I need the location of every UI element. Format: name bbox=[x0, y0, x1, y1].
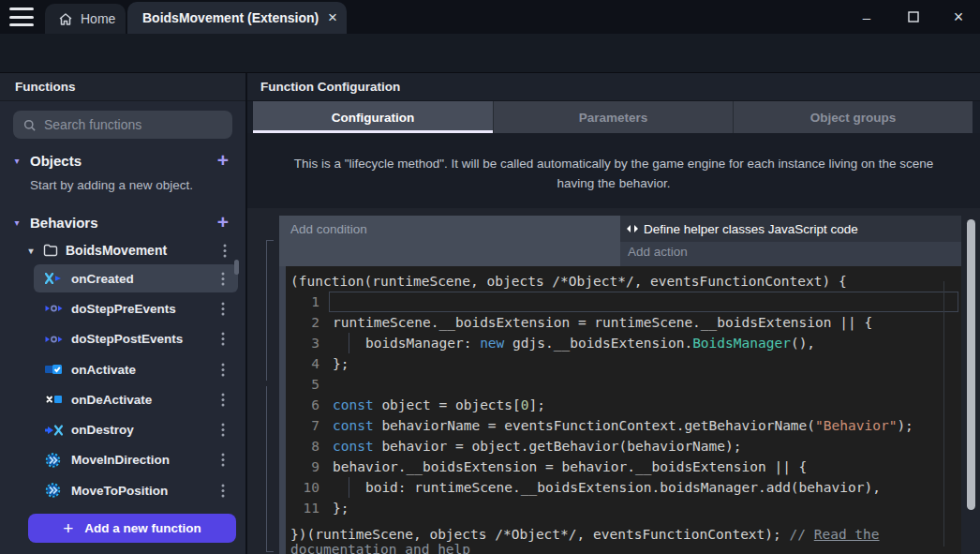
onactivate-icon bbox=[45, 364, 64, 375]
kebab-menu-icon[interactable] bbox=[221, 484, 225, 498]
sidebar-item-dosteppostevents[interactable]: doStepPostEvents bbox=[0, 324, 245, 354]
search-functions-input[interactable] bbox=[44, 117, 223, 132]
code-text: boid: runtimeScene.__boidsExtension.boid… bbox=[333, 477, 881, 498]
tab-home[interactable]: Home bbox=[45, 4, 126, 34]
sidebar-item-ondeactivate[interactable]: onDeActivate bbox=[0, 384, 245, 414]
js-code-icon bbox=[626, 224, 639, 233]
kebab-menu-icon[interactable] bbox=[221, 453, 225, 467]
code-wrapper-header: (function(runtimeScene, objects /*Object… bbox=[286, 271, 961, 292]
kebab-menu-icon[interactable] bbox=[221, 332, 225, 346]
line-number: 9 bbox=[286, 457, 319, 477]
configuration-tabs: ConfigurationParametersObject groups bbox=[253, 101, 973, 133]
sidebar-item-ondestroy[interactable]: onDestroy bbox=[0, 414, 245, 444]
add-action-button[interactable]: Add action bbox=[620, 242, 961, 266]
function-label: onActivate bbox=[71, 363, 136, 377]
code-text: boidsManager: new gdjs.__boidsExtension.… bbox=[333, 333, 815, 353]
code-line-1[interactable]: 1 bbox=[286, 292, 961, 312]
code-line-7[interactable]: 7const behaviorName = eventsFunctionCont… bbox=[286, 415, 961, 436]
objects-empty-hint: Start by adding a new object. bbox=[30, 178, 193, 192]
add-condition-button[interactable]: Add condition bbox=[279, 216, 620, 266]
add-object-button[interactable]: + bbox=[217, 151, 229, 170]
tab-parameters[interactable]: Parameters bbox=[493, 101, 733, 133]
oncreated-icon bbox=[45, 273, 64, 284]
function-icon bbox=[45, 453, 64, 468]
code-text: }; bbox=[333, 353, 349, 374]
plus-icon: + bbox=[63, 518, 73, 539]
objects-label: Objects bbox=[30, 153, 82, 169]
selected-item-highlight bbox=[34, 264, 238, 292]
search-icon bbox=[22, 118, 37, 132]
behavior-function-list: onCreateddoStepPreEventsdoStepPostEvents… bbox=[0, 263, 245, 505]
js-event-title[interactable]: Define helper classes JavaScript code bbox=[620, 216, 961, 242]
behaviors-label: Behaviors bbox=[30, 215, 98, 231]
window-maximize-button[interactable] bbox=[899, 6, 928, 28]
code-line-9[interactable]: 9behavior.__boidsExtension = behavior.__… bbox=[286, 457, 961, 477]
code-line-6[interactable]: 6const object = objects[0]; bbox=[286, 395, 961, 415]
folder-icon bbox=[43, 244, 58, 257]
description-line-2: having the behavior. bbox=[247, 173, 980, 193]
search-functions-box[interactable] bbox=[13, 111, 232, 139]
tab-configuration[interactable]: Configuration bbox=[253, 101, 493, 133]
add-behavior-button[interactable]: + bbox=[217, 213, 229, 232]
function-icon bbox=[45, 483, 64, 498]
code-line-10[interactable]: 10 boid: runtimeScene.__boidsExtension.b… bbox=[286, 477, 961, 498]
code-line-5[interactable]: 5 bbox=[286, 374, 961, 395]
line-number: 5 bbox=[286, 374, 319, 395]
line-number: 1 bbox=[286, 292, 319, 312]
chevron-down-icon[interactable]: ▾ bbox=[9, 156, 24, 166]
indent-guide bbox=[349, 333, 349, 353]
function-label: MoveToPosition bbox=[71, 484, 168, 498]
chevron-down-icon[interactable]: ▾ bbox=[24, 246, 37, 256]
tab-close-icon[interactable]: × bbox=[328, 8, 337, 27]
line-number: 10 bbox=[286, 477, 319, 498]
editor-overview-ruler bbox=[943, 281, 944, 547]
sidebar-scrollbar[interactable] bbox=[234, 260, 239, 275]
tab-home-label: Home bbox=[81, 11, 115, 26]
line-number: 11 bbox=[286, 498, 319, 518]
kebab-menu-icon[interactable] bbox=[221, 272, 225, 286]
sidebar-item-dosteppreevents[interactable]: doStepPreEvents bbox=[0, 293, 245, 323]
lifecycle-description: This is a "lifecycle method". It will be… bbox=[247, 133, 980, 208]
function-configuration-panel: Function Configuration ConfigurationPara… bbox=[247, 73, 980, 554]
panel-title: Function Configuration bbox=[247, 73, 980, 101]
behavior-folder-boidsmovement[interactable]: ▾ BoidsMovement bbox=[0, 237, 245, 263]
code-line-2[interactable]: 2runtimeScene.__boidsExtension = runtime… bbox=[286, 312, 961, 333]
function-label: onCreated bbox=[71, 272, 134, 286]
tab-boidsmovement-extension[interactable]: BoidsMovement (Extension) × bbox=[127, 2, 347, 34]
event-extent-marker bbox=[266, 386, 274, 552]
code-text: const behavior = object.getBehavior(beha… bbox=[333, 436, 742, 457]
kebab-menu-icon[interactable] bbox=[223, 244, 227, 258]
folder-label: BoidsMovement bbox=[66, 243, 167, 258]
kebab-menu-icon[interactable] bbox=[221, 363, 225, 377]
kebab-menu-icon[interactable] bbox=[221, 393, 225, 407]
chevron-down-icon[interactable]: ▾ bbox=[9, 217, 24, 228]
window-minimize-button[interactable]: – bbox=[853, 6, 881, 28]
sidebar-item-moveindirection[interactable]: MoveInDirection bbox=[0, 445, 245, 475]
function-label: doStepPostEvents bbox=[71, 332, 183, 346]
events-scrollbar[interactable] bbox=[967, 219, 975, 510]
sidebar-item-oncreated[interactable]: onCreated bbox=[0, 263, 245, 293]
code-line-11[interactable]: 11}; bbox=[286, 498, 961, 518]
code-line-3[interactable]: 3 boidsManager: new gdjs.__boidsExtensio… bbox=[286, 333, 961, 353]
add-new-function-button[interactable]: + Add a new function bbox=[28, 514, 236, 543]
sidebar-item-movetoposition[interactable]: MoveToPosition bbox=[0, 475, 245, 505]
kebab-menu-icon[interactable] bbox=[221, 423, 225, 437]
code-line-8[interactable]: 8const behavior = object.getBehavior(beh… bbox=[286, 436, 961, 457]
functions-sidebar: Functions ▾ Objects + Start by adding a … bbox=[0, 73, 245, 554]
line-number: 7 bbox=[286, 415, 319, 436]
javascript-code-editor[interactable]: (function(runtimeScene, objects /*Object… bbox=[286, 266, 961, 554]
code-line-4[interactable]: 4}; bbox=[286, 353, 961, 374]
code-lines: 12runtimeScene.__boidsExtension = runtim… bbox=[286, 292, 961, 518]
tab-object-groups[interactable]: Object groups bbox=[733, 101, 973, 133]
sidebar-item-onactivate[interactable]: onActivate bbox=[0, 354, 245, 384]
sidebar-title: Functions bbox=[0, 73, 245, 101]
main-menu-icon[interactable] bbox=[9, 7, 34, 26]
kebab-menu-icon[interactable] bbox=[221, 302, 225, 316]
footer-comment: // bbox=[790, 527, 814, 542]
ondestroy-icon bbox=[45, 425, 64, 436]
description-line-1: This is a "lifecycle method". It will be… bbox=[247, 154, 980, 173]
tab-active-label: BoidsMovement (Extension) bbox=[142, 10, 319, 25]
function-label: onDestroy bbox=[71, 423, 134, 437]
window-close-button[interactable]: × bbox=[944, 6, 973, 28]
code-text: const behaviorName = eventsFunctionConte… bbox=[333, 415, 913, 436]
